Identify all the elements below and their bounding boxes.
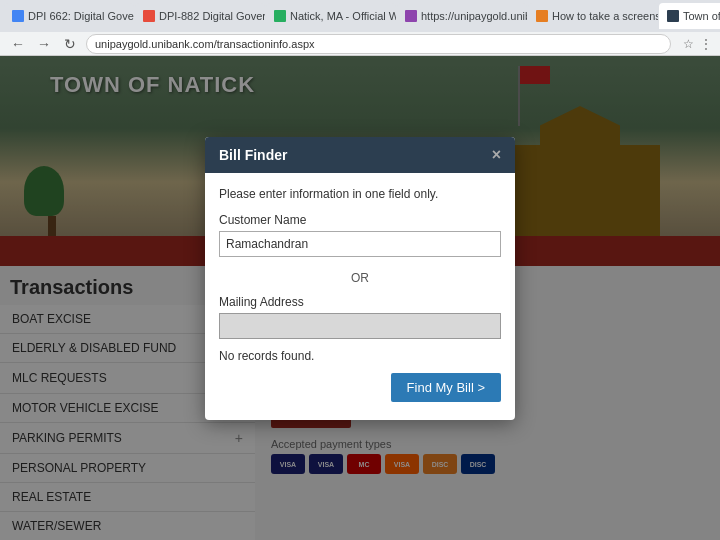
- reload-button[interactable]: ↻: [60, 36, 80, 52]
- tab-1[interactable]: DPI 662: Digital Governme... ×: [4, 3, 134, 29]
- page-content: TOWN OF NATICK VIEW IMPORTANT MESSAGES T…: [0, 56, 720, 540]
- modal-header: Bill Finder ×: [205, 137, 515, 173]
- tab-1-label: DPI 662: Digital Governme...: [28, 10, 134, 22]
- tab-2-label: DPI-882 Digital Governme...: [159, 10, 265, 22]
- customer-name-label: Customer Name: [219, 213, 501, 227]
- back-button[interactable]: ←: [8, 36, 28, 52]
- tab-favicon-1: [12, 10, 24, 22]
- no-records-text: No records found.: [219, 349, 501, 363]
- tab-2[interactable]: DPI-882 Digital Governme... ×: [135, 3, 265, 29]
- tab-favicon-2: [143, 10, 155, 22]
- address-text: unipaygold.unibank.com/transactioninfo.a…: [95, 38, 315, 50]
- tab-3-label: Natick, MA - Official Webs...: [290, 10, 396, 22]
- tab-bar: DPI 662: Digital Governme... × DPI-882 D…: [0, 0, 720, 32]
- tab-6[interactable]: Town of Natick Website - U... ×: [659, 3, 720, 29]
- bill-finder-modal: Bill Finder × Please enter information i…: [205, 137, 515, 420]
- tab-5[interactable]: How to take a screenshot o... ×: [528, 3, 658, 29]
- tab-4[interactable]: https://unipaygold.unibank... ×: [397, 3, 527, 29]
- tab-3[interactable]: Natick, MA - Official Webs... ×: [266, 3, 396, 29]
- tab-favicon-3: [274, 10, 286, 22]
- modal-title: Bill Finder: [219, 147, 287, 163]
- address-bar[interactable]: unipaygold.unibank.com/transactioninfo.a…: [86, 34, 671, 54]
- forward-button[interactable]: →: [34, 36, 54, 52]
- customer-name-input[interactable]: [219, 231, 501, 257]
- modal-description: Please enter information in one field on…: [219, 187, 501, 201]
- tab-4-label: https://unipaygold.unibank...: [421, 10, 527, 22]
- or-text: OR: [219, 271, 501, 285]
- tab-5-label: How to take a screenshot o...: [552, 10, 658, 22]
- mailing-address-input[interactable]: [219, 313, 501, 339]
- address-bar-row: ← → ↻ unipaygold.unibank.com/transaction…: [0, 32, 720, 56]
- menu-icon[interactable]: ⋮: [700, 37, 712, 51]
- browser-chrome: DPI 662: Digital Governme... × DPI-882 D…: [0, 0, 720, 56]
- modal-overlay: Bill Finder × Please enter information i…: [0, 56, 720, 540]
- tab-favicon-6: [667, 10, 679, 22]
- mailing-address-label: Mailing Address: [219, 295, 501, 309]
- browser-icons: ☆ ⋮: [683, 37, 712, 51]
- star-icon[interactable]: ☆: [683, 37, 694, 51]
- modal-footer: Find My Bill >: [219, 373, 501, 406]
- modal-close-button[interactable]: ×: [492, 147, 501, 163]
- find-my-bill-button[interactable]: Find My Bill >: [391, 373, 501, 402]
- tab-favicon-5: [536, 10, 548, 22]
- tab-6-label: Town of Natick Website - U...: [683, 10, 720, 22]
- modal-body: Please enter information in one field on…: [205, 173, 515, 420]
- tab-favicon-4: [405, 10, 417, 22]
